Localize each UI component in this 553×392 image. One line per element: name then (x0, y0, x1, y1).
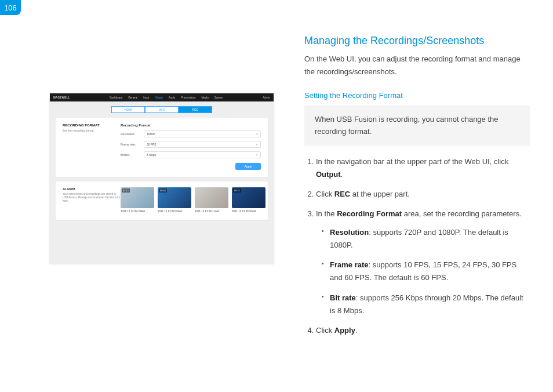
sub-bitrate: Bit rate: supports 256 Kbps through 20 M… (322, 292, 530, 317)
thumbnail-caption: 2021.12.13 09:11AM (195, 210, 228, 213)
resolution-label: Resolution: (121, 132, 144, 136)
nav-input: Input (143, 96, 149, 99)
step-text: . (355, 326, 358, 335)
step-text: Click (316, 326, 334, 335)
intro-text: On the Web UI, you can adjust the record… (304, 53, 530, 78)
sub-framerate: Frame rate: supports 10 FPS, 15 FPS, 24 … (322, 259, 530, 284)
album-card: ALBUM Your screenshots and recordings ar… (56, 182, 268, 220)
step-text: In the (316, 209, 337, 218)
step-bold: Recording Format (337, 209, 402, 218)
content-column: Managing the Recordings/Screenshots On t… (304, 35, 530, 344)
section-heading: Setting the Recording Format (304, 91, 530, 100)
bitrate-select: 8 Mbps ▾ (144, 151, 261, 158)
step-bold: Apply (334, 326, 355, 335)
note-box: When USB Fusion is recording, you cannot… (304, 106, 530, 146)
thumbnail-caption: 2021.12.12 09:10AM (121, 210, 154, 213)
tab-strip: HDMI UVC REC (56, 106, 268, 113)
thumbnail: 01:12 2021.12.12 09:10AM (121, 187, 154, 213)
sub-bold: Frame rate (330, 260, 368, 269)
thumbnail: 2021.12.13 09:11AM (195, 187, 228, 213)
framerate-value: 60 FPS (147, 143, 157, 146)
step-text: at the upper part. (350, 190, 410, 198)
sub-list: Resolution: supports 720P and 1080P. The… (316, 226, 530, 317)
nav-system: System (214, 96, 223, 99)
chevron-down-icon: ▾ (256, 132, 258, 136)
step-4: Click Apply. (316, 324, 530, 337)
step-text: . (341, 170, 343, 179)
thumbnail: 00:54 2021.12.13 09:20AM (158, 187, 191, 213)
nav-media: Media (201, 96, 208, 99)
nav-dashboard: Dashboard (110, 96, 122, 99)
sub-text: : supports 256 Kbps through 20 Mbps. The… (330, 293, 523, 315)
sub-bold: Resolution (330, 228, 369, 237)
nav-output: Output (155, 96, 163, 99)
framerate-label: Frame rate: (121, 143, 144, 146)
duration-badge: 01:12 (122, 188, 130, 193)
brand-logo: MAGEWELL (53, 96, 70, 99)
bitrate-value: 8 Mbps (147, 153, 156, 157)
chevron-down-icon: ▾ (256, 143, 258, 146)
apply-button: Apply (235, 163, 261, 170)
screenshot-body: HDMI UVC REC RECORDING FORMAT Set the re… (50, 101, 274, 264)
album-subtitle: Your screenshots and recordings are stor… (63, 193, 121, 203)
recording-format-heading: Recording Format (121, 124, 261, 127)
nav-items: Dashboard General Input Output Audio Pre… (110, 96, 223, 99)
webui-screenshot: MAGEWELL Dashboard General Input Output … (49, 93, 274, 264)
step-text: area, set the recording parameters. (402, 209, 522, 218)
recording-format-card: RECORDING FORMAT Set the recording forma… (56, 118, 268, 177)
duration-badge: 00:21 (233, 188, 241, 193)
page-number-badge: 106 (0, 0, 21, 15)
bitrate-label: Bitrate: (121, 153, 144, 157)
resolution-select: 1080P ▾ (144, 130, 261, 137)
card-title: RECORDING FORMAT (63, 124, 121, 127)
screenshot-topbar: MAGEWELL Dashboard General Input Output … (50, 93, 274, 101)
tab-hdmi: HDMI (111, 106, 145, 113)
album-thumbnails: 01:12 2021.12.12 09:10AM 00:54 2021.12.1… (121, 187, 265, 213)
thumbnail-caption: 2021.12.13 09:30AM (232, 210, 265, 213)
sub-resolution: Resolution: supports 720P and 1080P. The… (322, 226, 530, 252)
duration-badge: 00:54 (159, 188, 167, 193)
sub-bold: Bit rate (330, 293, 356, 302)
album-title: ALBUM (63, 187, 121, 191)
steps-list: In the navigation bar at the upper part … (304, 155, 530, 337)
step-3: In the Recording Format area, set the re… (316, 208, 530, 317)
step-bold: REC (334, 190, 350, 198)
card-subtitle: Set the recording format. (63, 129, 121, 132)
thumbnail-caption: 2021.12.13 09:20AM (158, 210, 191, 213)
chevron-down-icon: ▾ (256, 153, 258, 157)
admin-label: Admin (263, 96, 270, 99)
page-title: Managing the Recordings/Screenshots (304, 35, 530, 47)
nav-audio: Audio (169, 96, 176, 99)
thumbnail: 00:21 2021.12.13 09:30AM (232, 187, 265, 213)
nav-presentation: Presentation (181, 96, 195, 99)
nav-general: General (128, 96, 137, 99)
resolution-value: 1080P (147, 132, 155, 136)
screenshot-column: MAGEWELL Dashboard General Input Output … (49, 35, 275, 344)
step-2: Click REC at the upper part. (316, 188, 530, 201)
framerate-select: 60 FPS ▾ (144, 141, 261, 148)
tab-uvc: UVC (145, 106, 179, 113)
step-bold: Output (316, 170, 341, 179)
step-1: In the navigation bar at the upper part … (316, 155, 530, 181)
step-text: In the navigation bar at the upper part … (316, 157, 508, 166)
tab-rec: REC (179, 106, 212, 113)
step-text: Click (316, 190, 334, 198)
